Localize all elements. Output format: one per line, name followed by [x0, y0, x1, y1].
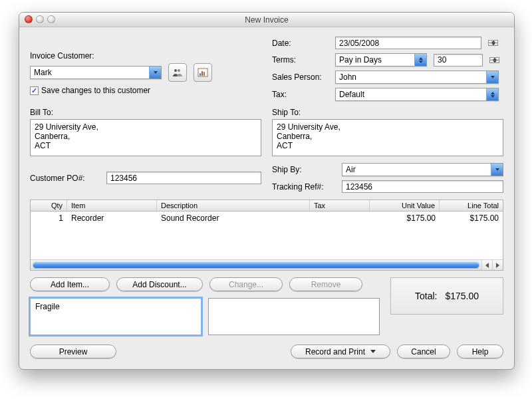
horizontal-scrollbar[interactable] [31, 259, 503, 270]
terms-days-input[interactable] [434, 54, 483, 67]
cancel-button[interactable]: Cancel [397, 345, 450, 358]
ship-by-col: Ship By: Air Tracking Ref#: [272, 163, 503, 193]
sales-person-label: Sales Person: [272, 72, 335, 82]
col-lt[interactable]: Line Total [440, 200, 503, 211]
footer: Preview Record and Print Cancel Help [30, 345, 503, 358]
right-col: Date: Terms: Pay in Days [272, 37, 503, 101]
customer-po-input[interactable] [106, 172, 261, 184]
window-title: New Invoice [245, 15, 288, 25]
tracking-input[interactable] [342, 180, 503, 193]
bill-to-block: Bill To: 29 University Ave, Canberra, AC… [30, 108, 261, 156]
close-icon[interactable] [25, 15, 33, 23]
checkmark-icon: ✓ [30, 86, 39, 95]
scroll-track [31, 260, 481, 270]
preview-button[interactable]: Preview [30, 345, 116, 358]
customer-combo[interactable]: Mark [30, 66, 162, 79]
scroll-thumb[interactable] [33, 261, 479, 269]
private-comment-input[interactable] [208, 298, 380, 335]
customer-combo-value: Mark [31, 67, 149, 78]
terms-row: Pay in Days [335, 53, 503, 67]
public-comment-input[interactable]: Fragile [30, 298, 201, 335]
chevron-down-icon [149, 67, 161, 78]
bill-to-textarea[interactable]: 29 University Ave, Canberra, ACT [30, 119, 261, 156]
ship-by-row: Ship By: Air [272, 163, 503, 176]
table-header: Qty Item Description Tax Unit Value Line… [31, 200, 503, 211]
scroll-left-icon[interactable] [481, 260, 492, 270]
tracking-row: Tracking Ref#: [272, 180, 503, 193]
chart-icon [198, 68, 208, 77]
terms-stepper[interactable] [489, 57, 499, 63]
record-and-print-button[interactable]: Record and Print [291, 345, 390, 358]
customer-lookup-button[interactable] [168, 63, 187, 82]
window-controls [25, 15, 55, 23]
people-icon [172, 68, 183, 77]
line-items-table: Qty Item Description Tax Unit Value Line… [30, 200, 503, 271]
step-down-icon [489, 61, 499, 63]
titlebar: New Invoice [19, 13, 514, 27]
terms-label: Terms: [272, 55, 335, 65]
addr-grid: Bill To: 29 University Ave, Canberra, AC… [30, 108, 503, 156]
cell-qty: 1 [31, 211, 67, 225]
help-button[interactable]: Help [457, 345, 503, 358]
minimize-icon[interactable] [36, 15, 44, 23]
remove-button[interactable]: Remove [289, 277, 362, 291]
total-value: $175.00 [445, 291, 479, 301]
terms-combo-value: Pay in Days [336, 54, 414, 66]
add-discount-button[interactable]: Add Discount... [116, 277, 203, 291]
customer-row: Mark [30, 63, 261, 82]
svg-rect-5 [203, 72, 205, 76]
svg-point-0 [174, 69, 177, 72]
tax-combo[interactable]: Default [335, 88, 499, 101]
date-stepper[interactable] [488, 40, 498, 46]
col-desc[interactable]: Description [157, 200, 310, 211]
content: Invoice Customer: Mark [19, 27, 514, 369]
col-tax[interactable]: Tax [310, 200, 370, 211]
invoice-customer-label: Invoice Customer: [30, 51, 261, 61]
customer-po-label: Customer PO#: [30, 174, 100, 183]
scroll-right-icon[interactable] [492, 260, 503, 270]
cell-lt: $175.00 [440, 211, 503, 225]
date-input[interactable] [335, 37, 481, 49]
tracking-label: Tracking Ref#: [272, 182, 335, 192]
table-body[interactable]: 1 Recorder Sound Recorder $175.00 $175.0… [31, 211, 503, 259]
save-changes-label: Save changes to this customer [41, 86, 150, 95]
cell-tax [310, 211, 370, 225]
ship-by-label: Ship By: [272, 165, 335, 174]
tax-label: Tax: [272, 90, 335, 99]
item-buttons-row: Add Item... Add Discount... Change... Re… [30, 277, 380, 291]
tax-value: Default [336, 88, 486, 100]
table-row[interactable]: 1 Recorder Sound Recorder $175.00 $175.0… [31, 211, 503, 225]
col-qty[interactable]: Qty [31, 200, 67, 211]
col-item[interactable]: Item [67, 200, 157, 211]
terms-combo[interactable]: Pay in Days [335, 53, 427, 67]
ship-to-block: Ship To: 29 University Ave, Canberra, AC… [272, 108, 503, 156]
left-col: Invoice Customer: Mark [30, 37, 261, 101]
chevron-down-icon [486, 71, 498, 83]
actions-left: Add Item... Add Discount... Change... Re… [30, 277, 380, 335]
actions-grid: Add Item... Add Discount... Change... Re… [30, 277, 503, 335]
invoice-window: New Invoice Invoice Customer: Mark [19, 12, 515, 370]
bill-to-label: Bill To: [30, 108, 261, 117]
customer-report-button[interactable] [194, 63, 212, 82]
ship-by-combo[interactable]: Air [342, 163, 503, 176]
header-grid: Invoice Customer: Mark [30, 37, 503, 101]
po-ship-grid: Customer PO#: Ship By: Air Tracking Ref#… [30, 163, 503, 193]
zoom-icon[interactable] [47, 15, 55, 23]
po-row: Customer PO#: [30, 163, 261, 193]
change-button[interactable]: Change... [209, 277, 283, 291]
notes-row: Fragile [30, 298, 380, 335]
save-changes-checkbox[interactable]: ✓ Save changes to this customer [30, 86, 261, 95]
svg-rect-3 [200, 73, 201, 76]
col-uv[interactable]: Unit Value [370, 200, 440, 211]
sales-person-combo[interactable]: John [335, 70, 499, 84]
svg-point-1 [178, 69, 180, 72]
cell-item: Recorder [67, 211, 157, 225]
add-item-button[interactable]: Add Item... [30, 277, 110, 291]
svg-rect-4 [201, 71, 203, 76]
total-label: Total: [415, 291, 437, 301]
cell-desc: Sound Recorder [157, 211, 310, 225]
date-label: Date: [272, 39, 335, 48]
ship-to-textarea[interactable]: 29 University Ave, Canberra, ACT [272, 119, 503, 156]
step-down-icon [488, 43, 498, 46]
chevron-updown-icon [486, 88, 498, 100]
